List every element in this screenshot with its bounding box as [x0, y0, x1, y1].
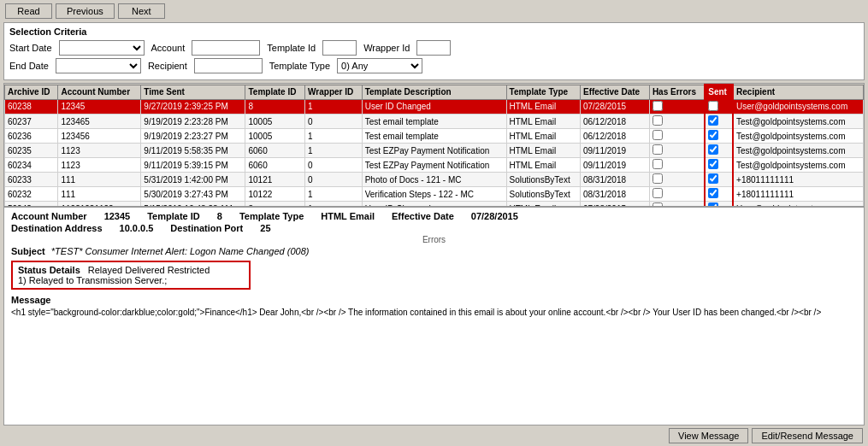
recipient-input[interactable]	[194, 58, 263, 73]
table-cell: User ID Changed	[362, 99, 506, 114]
read-button[interactable]: Read	[5, 3, 52, 19]
table-row[interactable]: 602321115/30/2019 3:27:43 PM101221Verifi…	[5, 187, 864, 202]
table-cell: 8	[245, 99, 305, 114]
next-button[interactable]: Next	[118, 3, 165, 19]
col-has-errors: Has Errors	[649, 85, 705, 99]
detail-template-id-label: Template ID	[147, 211, 200, 221]
has-errors-cell[interactable]	[649, 114, 705, 129]
table-row[interactable]: 60238123459/27/2019 2:39:25 PM81User ID …	[5, 99, 864, 114]
recipient-label: Recipient	[148, 61, 187, 71]
table-cell: User ID Changed	[362, 202, 506, 208]
col-wrapper-id: Wrapper ID	[305, 85, 363, 99]
table-row[interactable]: 602331115/31/2019 1:42:00 PM101210Photo …	[5, 173, 864, 187]
table-cell: HTML Email	[506, 129, 580, 144]
sent-cell[interactable]	[705, 99, 733, 114]
sent-checkbox[interactable]	[708, 173, 718, 184]
template-type-label: Template Type	[269, 61, 330, 71]
has-errors-cell[interactable]	[649, 144, 705, 158]
table-cell: Test@goldpointsystems.com	[733, 158, 863, 173]
table-cell: +18011111111	[733, 187, 863, 202]
detail-panel: Account Number 12345 Template ID 8 Templ…	[3, 207, 865, 425]
col-time-sent: Time Sent	[141, 85, 245, 99]
has-errors-cell[interactable]	[649, 173, 705, 187]
has-errors-cell[interactable]	[649, 187, 705, 202]
message-section: Message <h1 style="background-color:dark…	[11, 295, 857, 319]
col-recipient: Recipient	[733, 85, 863, 99]
table-cell: 9/19/2019 2:23:27 PM	[141, 129, 245, 144]
table-cell: 10005	[245, 129, 305, 144]
sent-cell[interactable]	[705, 158, 733, 173]
col-effective-date: Effective Date	[580, 85, 649, 99]
selection-criteria-panel: Selection Criteria Start Date Account Te…	[3, 22, 865, 80]
template-id-input[interactable]	[322, 40, 357, 56]
table-row[interactable]: 6023411239/11/2019 5:39:15 PM60600Test E…	[5, 158, 864, 173]
has-errors-checkbox[interactable]	[652, 144, 663, 155]
previous-button[interactable]: Previous	[56, 3, 115, 19]
has-errors-checkbox[interactable]	[652, 101, 663, 111]
table-cell: Test@goldpointsystems.com	[733, 114, 863, 129]
sent-checkbox[interactable]	[708, 115, 718, 126]
table-cell: 1123	[58, 144, 141, 158]
errors-section-label: Errors	[11, 235, 857, 244]
sent-cell[interactable]	[705, 114, 733, 129]
table-cell: 123456	[58, 129, 141, 144]
archive-table-wrapper: Archive ID Account Number Time Sent Temp…	[3, 83, 865, 207]
sent-cell[interactable]	[705, 187, 733, 202]
table-cell: 5/15/2019 10:48:38 AM	[141, 202, 245, 208]
has-errors-checkbox[interactable]	[652, 115, 663, 126]
table-cell: 08/31/2018	[580, 187, 649, 202]
archive-table: Archive ID Account Number Time Sent Temp…	[4, 84, 864, 207]
detail-dest-address-value: 10.0.0.5	[120, 223, 154, 233]
has-errors-checkbox[interactable]	[652, 202, 663, 207]
bottom-bar: View Message Edit/Resend Message	[0, 425, 868, 446]
table-cell: 111	[58, 173, 141, 187]
account-input[interactable]	[192, 40, 260, 56]
sent-cell[interactable]	[705, 202, 733, 208]
table-cell: 11231231123	[58, 202, 141, 208]
table-cell: Test EZPay Payment Notification	[362, 158, 506, 173]
table-cell: 1	[305, 99, 363, 114]
table-row[interactable]: 50243112312311235/15/2019 10:48:38 AM81U…	[5, 202, 864, 208]
has-errors-cell[interactable]	[649, 99, 705, 114]
table-row[interactable]: 6023511239/11/2019 5:58:35 PM60601Test E…	[5, 144, 864, 158]
start-date-select[interactable]	[59, 40, 145, 56]
has-errors-checkbox[interactable]	[652, 159, 663, 169]
edit-resend-button[interactable]: Edit/Resend Message	[752, 428, 863, 443]
sent-checkbox[interactable]	[708, 188, 718, 198]
table-cell: 09/11/2019	[580, 158, 649, 173]
has-errors-checkbox[interactable]	[652, 188, 663, 198]
has-errors-checkbox[interactable]	[652, 130, 663, 140]
table-cell: Verification Steps - 122 - MC	[362, 187, 506, 202]
table-row[interactable]: 602371234659/19/2019 2:23:28 PM100050Tes…	[5, 114, 864, 129]
col-template-id: Template ID	[245, 85, 305, 99]
sent-cell[interactable]	[705, 144, 733, 158]
sent-cell[interactable]	[705, 129, 733, 144]
table-cell: 08/31/2018	[580, 173, 649, 187]
table-cell: 07/28/2015	[580, 202, 649, 208]
sent-checkbox[interactable]	[708, 144, 718, 155]
table-cell: 60232	[5, 187, 58, 202]
wrapper-id-input[interactable]	[416, 40, 451, 56]
template-type-select[interactable]: 0) Any	[337, 58, 422, 73]
table-cell: Test@goldpointsystems.com	[733, 129, 863, 144]
sent-checkbox[interactable]	[708, 130, 718, 140]
end-date-select[interactable]	[56, 58, 141, 73]
sent-cell[interactable]	[705, 173, 733, 187]
sent-checkbox[interactable]	[708, 159, 718, 169]
table-cell: 50243	[5, 202, 58, 208]
table-cell: 1	[305, 202, 363, 208]
has-errors-cell[interactable]	[649, 202, 705, 208]
table-cell: 5/30/2019 3:27:43 PM	[141, 187, 245, 202]
has-errors-cell[interactable]	[649, 129, 705, 144]
has-errors-checkbox[interactable]	[652, 173, 663, 184]
view-message-button[interactable]: View Message	[669, 428, 748, 443]
table-cell: HTML Email	[506, 158, 580, 173]
table-row[interactable]: 602361234569/19/2019 2:23:27 PM100051Tes…	[5, 129, 864, 144]
subject-label: Subject	[11, 246, 45, 256]
sent-checkbox[interactable]	[708, 202, 718, 207]
detail-account-number-value: 12345	[104, 211, 131, 221]
sent-checkbox[interactable]	[708, 101, 718, 111]
table-cell: HTML Email	[506, 99, 580, 114]
has-errors-cell[interactable]	[649, 158, 705, 173]
end-date-label: End Date	[9, 61, 49, 71]
